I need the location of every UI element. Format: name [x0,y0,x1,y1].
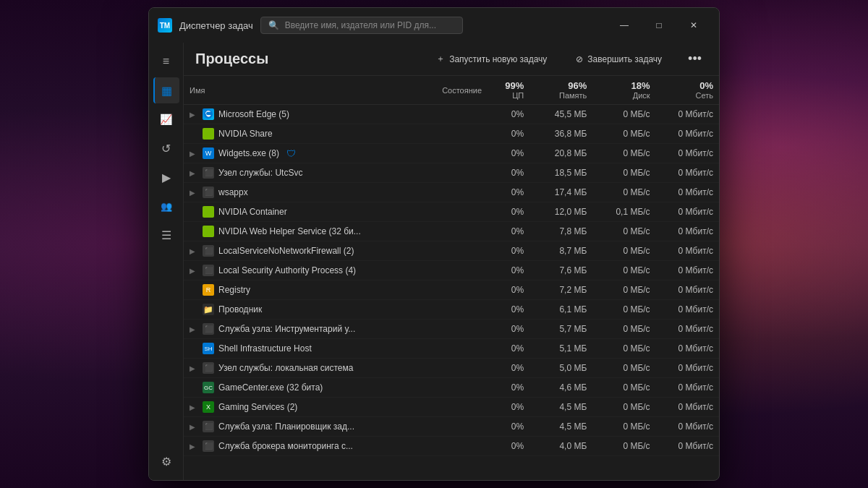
sidebar-item-users[interactable]: 👥 [153,193,179,219]
process-name-text: Shell Infrastructure Host [218,343,312,354]
process-net: 0 Мбит/с [656,437,719,456]
table-row[interactable]: ▶ ⬛ LocalServiceNoNetworkFirewall (2) 0%… [184,241,719,261]
process-icon: ⬛ [203,187,214,198]
process-cpu: 0% [488,300,529,320]
maximize-button[interactable]: □ [642,14,676,36]
sidebar-item-menu[interactable]: ≡ [153,48,179,74]
table-row[interactable]: ▶ X Gaming Services (2) 0% 4,5 МБ 0 МБ/с… [184,398,719,417]
users-icon: 👥 [161,201,172,212]
main-content: Процессы ＋ Запустить новую задачу ⊘ Заве… [184,43,719,480]
process-state [436,281,488,300]
process-name: 📁 Проводник [184,300,436,320]
process-state [436,300,488,320]
close-button[interactable]: ✕ [677,14,710,36]
process-cpu: 0% [488,241,529,261]
process-cpu: 0% [488,378,529,398]
end-task-label: Завершить задачу [587,54,662,64]
process-name: ▶ X Gaming Services (2) [184,398,436,417]
process-net: 0 Мбит/с [656,320,719,339]
process-name: ▶ W Widgets.exe (8) 🛡 [184,144,436,163]
process-net: 0 Мбит/с [656,339,719,359]
process-state [436,105,488,124]
process-state [436,359,488,378]
minimize-button[interactable]: — [608,14,641,36]
process-state [436,183,488,202]
window-title: Диспетчер задач [179,20,253,31]
process-cpu: 0% [488,359,529,378]
sidebar-item-history[interactable]: ↺ [153,135,179,161]
process-icon: X [203,401,214,413]
process-name-text: Local Security Authority Process (4) [218,265,356,275]
app-icon: TM [158,18,172,33]
process-disk: 0 МБ/с [592,300,655,320]
process-disk: 0 МБ/с [592,222,655,241]
table-row[interactable]: nv NVIDIA Share 0% 36,8 МБ 0 МБ/с 0 Мбит… [184,124,719,144]
services-icon: ⚙ [161,455,171,468]
process-icon [203,108,214,120]
table-row[interactable]: R Registry 0% 7,2 МБ 0 МБ/с 0 Мбит/с [184,281,719,300]
sidebar-item-performance[interactable]: 📈 [153,106,179,132]
process-net: 0 Мбит/с [656,144,719,163]
process-mem: 20,8 МБ [529,144,592,163]
col-header-mem: 96% Память [529,76,592,105]
more-options-button[interactable]: ••• [682,48,707,69]
sidebar-item-processes[interactable]: ▦ [153,77,179,103]
col-header-net: 0% Сеть [656,76,719,105]
table-row[interactable]: ▶ Microsoft Edge (5) 0% 45,5 МБ 0 МБ/с 0… [184,105,719,124]
table-row[interactable]: ▶ ⬛ Local Security Authority Process (4)… [184,261,719,281]
task-manager-window: TM Диспетчер задач 🔍 Введите имя, издате… [148,7,720,481]
process-name-text: Узел службы: UtcSvc [218,168,302,178]
table-row[interactable]: ▶ ⬛ Служба узла: Инструментарий у... 0% … [184,320,719,339]
end-task-button[interactable]: ⊘ Завершить задачу [567,51,671,68]
search-bar[interactable]: 🔍 Введите имя, издателя или PID для... [260,17,463,34]
process-name-text: Узел службы: локальная система [218,363,353,373]
sidebar-item-services[interactable]: ⚙ [153,448,179,474]
process-icon: ⬛ [203,245,214,257]
table-row[interactable]: ▶ W Widgets.exe (8) 🛡 0% 20,8 МБ 0 МБ/с … [184,144,719,163]
sidebar-item-details[interactable]: ☰ [153,222,179,248]
table-row[interactable]: 📁 Проводник 0% 6,1 МБ 0 МБ/с 0 Мбит/с [184,300,719,320]
col-header-cpu: 99% ЦП [488,76,529,105]
process-name: ▶ ⬛ Узел службы: UtcSvc [184,163,436,183]
table-row[interactable]: nv NVIDIA Web Helper Service (32 би... 0… [184,222,719,241]
table-row[interactable]: ▶ ⬛ wsappx 0% 17,4 МБ 0 МБ/с 0 Мбит/с [184,183,719,202]
process-net: 0 Мбит/с [656,124,719,144]
table-row[interactable]: nv NVIDIA Container 0% 12,0 МБ 0,1 МБ/с … [184,202,719,222]
process-icon: 📁 [203,304,214,315]
process-icon: nv [203,226,214,237]
process-cpu: 0% [488,105,529,124]
process-name-text: Проводник [218,304,262,314]
expand-arrow: ▶ [190,189,198,197]
sidebar-item-startup[interactable]: ▶ [153,164,179,190]
performance-icon: 📈 [160,114,172,125]
process-name-text: LocalServiceNoNetworkFirewall (2) [218,246,354,256]
end-task-icon: ⊘ [576,54,583,64]
new-task-button[interactable]: ＋ Запустить новую задачу [427,49,556,69]
table-row[interactable]: SH Shell Infrastructure Host 0% 5,1 МБ 0… [184,339,719,359]
process-icon: nv [203,128,214,140]
process-mem: 18,5 МБ [529,163,592,183]
process-name: GC GameCenter.exe (32 бита) [184,378,436,398]
process-disk: 0 МБ/с [592,281,655,300]
process-table-container[interactable]: Имя Состояние 99% ЦП 96% Память [184,76,719,480]
process-name: ▶ ⬛ Local Security Authority Process (4) [184,261,436,281]
expand-arrow: ▶ [190,423,198,431]
process-icon: ⬛ [203,167,214,179]
search-icon: 🔍 [268,20,279,30]
process-icon: R [203,284,214,296]
process-cpu: 0% [488,202,529,222]
process-disk: 0 МБ/с [592,144,655,163]
col-header-disk: 18% Диск [592,76,655,105]
process-name-text: Microsoft Edge (5) [218,109,289,119]
table-row[interactable]: ▶ ⬛ Узел службы: UtcSvc 0% 18,5 МБ 0 МБ/… [184,163,719,183]
toolbar: Процессы ＋ Запустить новую задачу ⊘ Заве… [184,43,719,76]
table-row[interactable]: ▶ ⬛ Узел службы: локальная система 0% 5,… [184,359,719,378]
startup-icon: ▶ [162,171,171,184]
expand-arrow: ▶ [190,364,198,372]
search-placeholder: Введите имя, издателя или PID для... [285,20,436,30]
table-row[interactable]: GC GameCenter.exe (32 бита) 0% 4,6 МБ 0 … [184,378,719,398]
process-state [436,378,488,398]
process-icon: nv [203,206,214,218]
table-row[interactable]: ▶ ⬛ Служба брокера мониторинга с... 0% 4… [184,437,719,456]
table-row[interactable]: ▶ ⬛ Служба узла: Планировщик зад... 0% 4… [184,417,719,437]
